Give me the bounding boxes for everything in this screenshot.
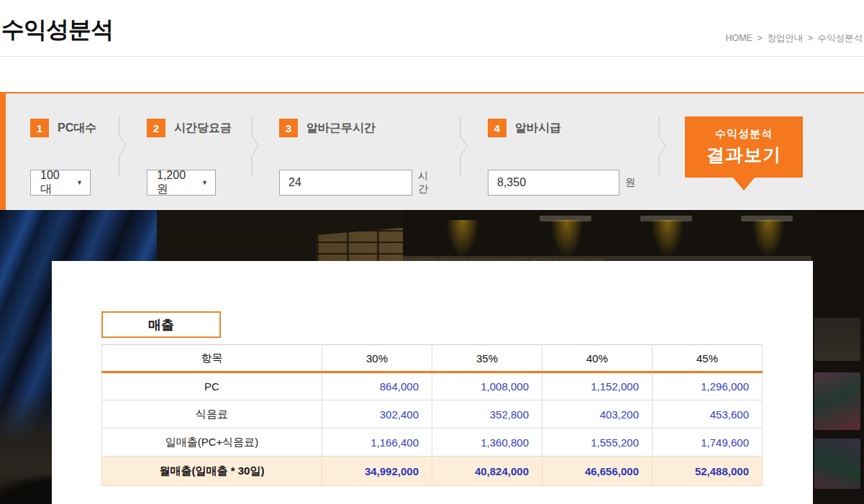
chevron-down-icon: ▼ xyxy=(76,179,83,186)
table-row: PC864,0001,008,0001,152,0001,296,000 xyxy=(102,372,763,400)
analyze-button-line2: 결과보기 xyxy=(706,143,781,167)
row-value: 1,152,000 xyxy=(542,372,652,400)
row-value: 40,824,000 xyxy=(432,457,542,486)
light-glow xyxy=(550,220,583,257)
sales-table-header-row: 항목 30% 35% 40% 45% xyxy=(102,345,763,372)
breadcrumb-startup-guide[interactable]: 창업안내 xyxy=(767,33,803,43)
parttime-wage-input[interactable] xyxy=(488,170,619,196)
column-header-35pct: 35% xyxy=(432,345,542,372)
row-value: 1,360,800 xyxy=(432,429,542,457)
table-row: 일매출(PC+식음료)1,166,4001,360,8001,555,2001,… xyxy=(102,429,763,457)
row-value: 34,992,000 xyxy=(322,457,432,486)
row-value: 1,008,000 xyxy=(432,372,542,400)
breadcrumb-separator: > xyxy=(757,33,762,43)
row-value: 403,200 xyxy=(542,400,652,429)
pc-count-select[interactable]: 100대 ▼ xyxy=(30,170,91,196)
breadcrumb-home[interactable]: HOME xyxy=(725,33,752,43)
results-card: 매출 항목 30% 35% 40% 45% PC864,0001,008,000… xyxy=(52,261,813,504)
row-label: 식음료 xyxy=(102,400,322,429)
parttime-wage-unit: 원 xyxy=(625,176,635,189)
field-label-hourly-rate: 시간당요금 xyxy=(174,121,232,136)
row-value: 1,749,600 xyxy=(652,429,763,457)
field-parttime-hours: 3 알바근무시간 시간 xyxy=(279,119,376,137)
row-value: 46,656,000 xyxy=(542,457,652,486)
row-value: 52,488,000 xyxy=(652,457,763,486)
monitor-screen xyxy=(814,439,860,489)
row-label: 월매출(일매출 * 30일) xyxy=(102,457,322,486)
field-pc-count: 1 PC대수 100대 ▼ xyxy=(30,119,96,137)
analyze-button-line1: 수익성분석 xyxy=(715,127,773,141)
field-label-pc-count: PC대수 xyxy=(58,121,96,136)
chevron-down-icon: ▼ xyxy=(201,179,208,186)
column-header-45pct: 45% xyxy=(652,345,763,372)
step-badge-2: 2 xyxy=(147,119,165,137)
step-badge-4: 4 xyxy=(488,119,506,137)
hourly-rate-select[interactable]: 1,200원 ▼ xyxy=(147,170,216,196)
row-value: 864,000 xyxy=(322,372,432,400)
field-hourly-rate: 2 시간당요금 1,200원 ▼ xyxy=(147,119,232,137)
row-value: 453,600 xyxy=(652,400,763,429)
row-value: 1,296,000 xyxy=(652,372,763,400)
parttime-hours-input[interactable] xyxy=(279,170,412,196)
table-row: 월매출(일매출 * 30일)34,992,00040,824,00046,656… xyxy=(102,457,763,486)
step-divider-arrow xyxy=(658,116,668,176)
field-label-parttime-hours: 알바근무시간 xyxy=(306,121,376,136)
breadcrumb: HOME > 창업안내 > 수익성분석 xyxy=(723,32,863,45)
row-value: 1,166,400 xyxy=(322,429,432,457)
hourly-rate-value: 1,200원 xyxy=(157,169,194,197)
step-badge-3: 3 xyxy=(279,119,298,137)
page-title: 수익성분석 xyxy=(1,14,113,46)
light-glow xyxy=(752,220,785,257)
row-label: 일매출(PC+식음료) xyxy=(102,429,322,457)
photo-pc-stations xyxy=(811,210,864,504)
breadcrumb-current: 수익성분석 xyxy=(818,33,863,43)
row-value: 302,400 xyxy=(322,400,432,429)
table-row: 식음료302,400352,800403,200453,600 xyxy=(102,400,763,429)
shelf xyxy=(814,318,860,361)
row-label: PC xyxy=(102,372,322,400)
sales-table: 항목 30% 35% 40% 45% PC864,0001,008,0001,1… xyxy=(101,344,763,486)
pc-cafe-photo: 매출 항목 30% 35% 40% 45% PC864,0001,008,000… xyxy=(0,210,864,504)
step-divider-arrow xyxy=(460,116,470,176)
photo-ceiling xyxy=(403,210,864,257)
field-parttime-wage: 4 알바시급 원 xyxy=(488,119,561,137)
light-glow xyxy=(446,220,479,257)
light-glow xyxy=(651,220,684,257)
step-badge-1: 1 xyxy=(30,119,49,137)
sales-section-badge: 매출 xyxy=(101,311,221,338)
analyze-button-tail xyxy=(733,178,755,191)
parttime-hours-unit: 시간 xyxy=(418,170,428,196)
header-divider xyxy=(0,56,864,57)
breadcrumb-separator: > xyxy=(808,33,813,43)
column-header-30pct: 30% xyxy=(322,345,432,372)
row-value: 352,800 xyxy=(432,400,542,429)
monitor-screen xyxy=(814,372,860,430)
pc-count-value: 100대 xyxy=(40,169,69,197)
column-header-40pct: 40% xyxy=(542,345,652,372)
step-divider-arrow xyxy=(251,116,261,176)
row-value: 1,555,200 xyxy=(542,429,652,457)
analyze-results-button[interactable]: 수익성분석 결과보기 xyxy=(685,116,803,178)
column-header-item: 항목 xyxy=(102,345,322,372)
panel-left-accent xyxy=(0,92,6,210)
calculator-panel: 1 PC대수 100대 ▼ 2 시간당요금 1,200원 ▼ 3 xyxy=(0,93,864,209)
field-label-parttime-wage: 알바시급 xyxy=(515,121,561,136)
step-divider-arrow xyxy=(119,116,129,176)
